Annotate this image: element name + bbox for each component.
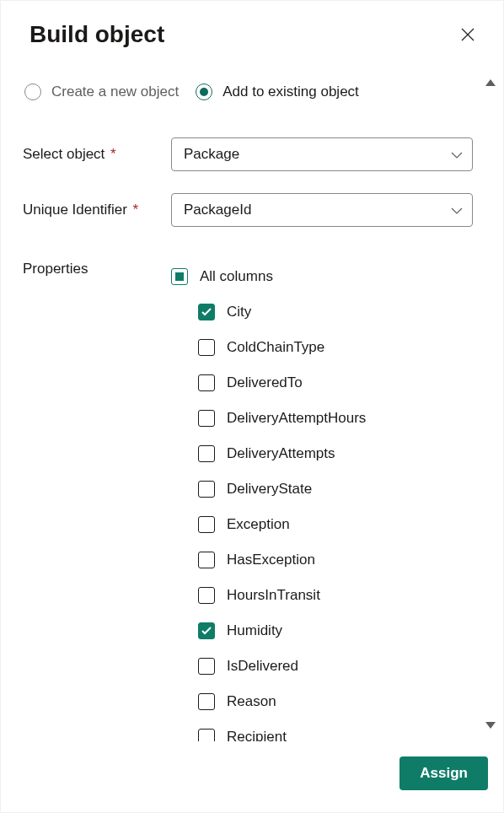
properties-row: Properties All columns City ColdChainTyp… <box>23 259 473 741</box>
assign-button[interactable]: Assign <box>399 756 488 790</box>
checkbox-label: DeliveryState <box>227 481 312 498</box>
svg-marker-3 <box>485 722 496 729</box>
all-columns-checkbox-row[interactable]: All columns <box>171 259 473 294</box>
checkbox-label: HasException <box>227 552 315 568</box>
close-button[interactable] <box>456 23 480 46</box>
required-mark: * <box>106 146 115 162</box>
property-checkbox-row[interactable]: Humidity <box>171 613 473 649</box>
checkbox-label: IsDelivered <box>227 658 298 675</box>
checkbox-icon <box>198 410 215 427</box>
property-checkbox-row[interactable]: ColdChainType <box>171 330 473 365</box>
checkbox-label: DeliveryAttemptHours <box>227 410 366 427</box>
radio-option-create[interactable]: Create a new object <box>24 83 179 100</box>
checkbox-label: All columns <box>200 268 273 285</box>
property-checkbox-row[interactable]: IsDelivered <box>171 649 473 684</box>
scroll-up-arrow-icon <box>485 78 496 87</box>
property-checkbox-row[interactable]: Recipient <box>171 719 473 741</box>
checkbox-icon <box>198 658 215 675</box>
radio-label: Create a new object <box>51 83 179 100</box>
select-object-label: Select object * <box>23 146 171 163</box>
checkbox-label: Exception <box>227 516 290 533</box>
property-checkbox-row[interactable]: DeliveryAttempts <box>171 436 473 471</box>
checkbox-icon <box>198 622 215 639</box>
svg-marker-2 <box>485 79 496 86</box>
unique-identifier-row: Unique Identifier * PackageId <box>23 193 473 227</box>
select-object-dropdown[interactable]: Package <box>171 137 473 171</box>
radio-option-add[interactable]: Add to existing object <box>196 83 359 100</box>
panel-title: Build object <box>29 21 164 48</box>
property-checkbox-row[interactable]: Exception <box>171 507 473 542</box>
panel-footer: Assign <box>1 748 503 812</box>
property-checkbox-row[interactable]: HoursInTransit <box>171 578 473 613</box>
checkbox-icon <box>198 374 215 391</box>
panel-header: Build object <box>1 1 503 58</box>
checkbox-icon <box>198 304 215 320</box>
scroll-down-arrow-icon <box>485 721 496 730</box>
panel-body[interactable]: Create a new object Add to existing obje… <box>13 72 483 741</box>
select-object-value[interactable]: Package <box>171 137 473 171</box>
checkbox-icon <box>198 587 215 604</box>
property-checkbox-row[interactable]: Reason <box>171 684 473 719</box>
properties-label: Properties <box>23 259 171 277</box>
checkbox-icon <box>171 268 188 285</box>
checkbox-icon <box>198 481 215 498</box>
checkbox-label: DeliveredTo <box>227 374 303 391</box>
checkbox-label: City <box>227 304 251 320</box>
radio-icon <box>196 83 212 100</box>
checkbox-icon <box>198 516 215 533</box>
checkbox-label: Recipient <box>227 729 287 741</box>
radio-label: Add to existing object <box>223 83 359 100</box>
checkbox-icon <box>198 552 215 568</box>
property-checkbox-row[interactable]: DeliveryState <box>171 471 473 507</box>
checkbox-label: DeliveryAttempts <box>227 445 335 462</box>
radio-icon <box>24 83 41 100</box>
unique-identifier-value[interactable]: PackageId <box>171 193 473 227</box>
checkbox-icon <box>198 445 215 462</box>
checkbox-label: Humidity <box>227 622 282 639</box>
property-checkbox-row[interactable]: HasException <box>171 542 473 578</box>
required-mark: * <box>129 202 138 218</box>
checkbox-label: Reason <box>227 693 276 710</box>
unique-identifier-dropdown[interactable]: PackageId <box>171 193 473 227</box>
properties-list: All columns City ColdChainType Delivered… <box>171 259 473 741</box>
property-checkbox-row[interactable]: DeliveredTo <box>171 365 473 401</box>
checkbox-icon <box>198 339 215 356</box>
checkbox-icon <box>198 693 215 710</box>
select-object-row: Select object * Package <box>23 137 473 171</box>
mode-radio-group: Create a new object Add to existing obje… <box>23 83 473 100</box>
unique-identifier-label: Unique Identifier * <box>23 202 171 218</box>
property-checkbox-row[interactable]: DeliveryAttemptHours <box>171 401 473 436</box>
property-checkbox-row[interactable]: City <box>171 294 473 330</box>
checkbox-label: HoursInTransit <box>227 587 320 604</box>
checkbox-icon <box>198 729 215 741</box>
close-icon <box>461 28 475 41</box>
checkbox-label: ColdChainType <box>227 339 324 356</box>
build-object-panel: Build object Create a new object Add to … <box>0 0 504 813</box>
